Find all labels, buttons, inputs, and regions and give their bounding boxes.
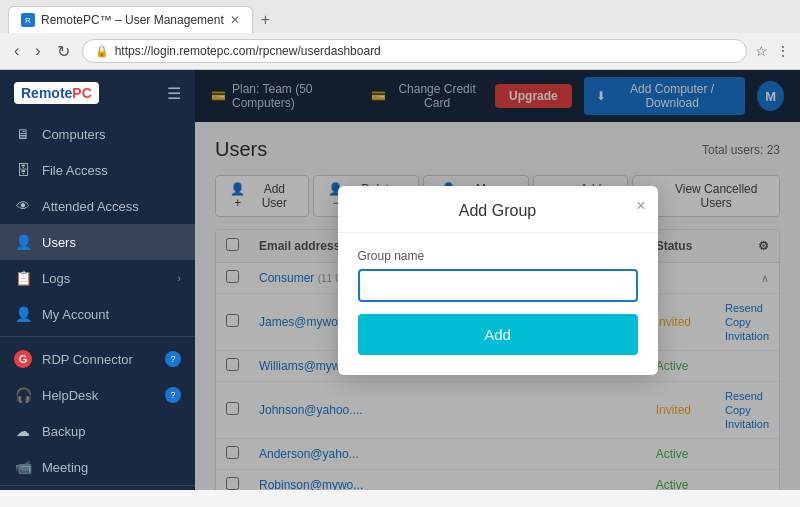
computers-icon: 🖥	[14, 125, 32, 143]
new-tab-button[interactable]: +	[253, 11, 278, 29]
rdp-badge: ?	[165, 351, 181, 367]
sidebar-item-users[interactable]: 👤 Users	[0, 224, 195, 260]
file-access-icon: 🗄	[14, 161, 32, 179]
sidebar-item-helpdesk[interactable]: 🎧 HelpDesk ?	[0, 377, 195, 413]
back-button[interactable]: ‹	[10, 40, 23, 62]
sidebar-item-attended-access[interactable]: 👁 Attended Access	[0, 188, 195, 224]
sidebar-item-backup[interactable]: ☁ Backup	[0, 413, 195, 449]
my-account-icon: 👤	[14, 305, 32, 323]
modal-body: Group name Add	[338, 233, 658, 375]
chevron-right-icon: ›	[177, 272, 181, 284]
modal-overlay[interactable]: Add Group × Group name Add	[195, 70, 800, 490]
tab-favicon: R	[21, 13, 35, 27]
tab-bar: R RemotePC™ – User Management ✕ +	[0, 0, 800, 33]
logo-area: RemotePC ☰	[0, 70, 195, 116]
logs-icon: 📋	[14, 269, 32, 287]
modal-header: Add Group ×	[338, 186, 658, 233]
sidebar-footer: Features Support FAQs © iDrive Inc.	[0, 485, 195, 490]
menu-icon[interactable]: ⋮	[776, 43, 790, 59]
app-container: RemotePC ☰ 🖥 Computers 🗄 File Access 👁 A…	[0, 70, 800, 490]
group-name-input[interactable]	[358, 269, 638, 302]
modal-title: Add Group	[459, 202, 536, 220]
toolbar-icons: ☆ ⋮	[755, 43, 790, 59]
url-bar[interactable]: 🔒 https://login.remotepc.com/rpcnew/user…	[82, 39, 747, 63]
logo: RemotePC	[14, 82, 99, 104]
sidebar-item-label: File Access	[42, 163, 108, 178]
sidebar-item-rdp-connector[interactable]: G RDP Connector ?	[0, 341, 195, 377]
sidebar-item-meeting[interactable]: 📹 Meeting	[0, 449, 195, 485]
sidebar-item-my-account[interactable]: 👤 My Account	[0, 296, 195, 332]
tab-close-btn[interactable]: ✕	[230, 13, 240, 27]
backup-icon: ☁	[14, 422, 32, 440]
group-name-label: Group name	[358, 249, 638, 263]
helpdesk-icon: 🎧	[14, 386, 32, 404]
bookmark-icon[interactable]: ☆	[755, 43, 768, 59]
sidebar-divider	[0, 336, 195, 337]
modal-add-button[interactable]: Add	[358, 314, 638, 355]
sidebar: RemotePC ☰ 🖥 Computers 🗄 File Access 👁 A…	[0, 70, 195, 490]
modal-close-button[interactable]: ×	[636, 198, 645, 214]
active-tab[interactable]: R RemotePC™ – User Management ✕	[8, 6, 253, 33]
sidebar-item-label: HelpDesk	[42, 388, 98, 403]
sidebar-item-label: Meeting	[42, 460, 88, 475]
meeting-icon: 📹	[14, 458, 32, 476]
sidebar-item-logs[interactable]: 📋 Logs ›	[0, 260, 195, 296]
sidebar-item-label: Attended Access	[42, 199, 139, 214]
add-group-modal: Add Group × Group name Add	[338, 186, 658, 375]
sidebar-item-label: RDP Connector	[42, 352, 133, 367]
sidebar-item-label: My Account	[42, 307, 109, 322]
sidebar-item-label: Computers	[42, 127, 106, 142]
url-text: https://login.remotepc.com/rpcnew/userda…	[115, 44, 381, 58]
address-bar: ‹ › ↻ 🔒 https://login.remotepc.com/rpcne…	[0, 33, 800, 69]
lock-icon: 🔒	[95, 45, 109, 58]
sidebar-item-computers[interactable]: 🖥 Computers	[0, 116, 195, 152]
tab-label: RemotePC™ – User Management	[41, 13, 224, 27]
sidebar-item-label: Logs	[42, 271, 70, 286]
sidebar-item-label: Users	[42, 235, 76, 250]
main-area: 💳 Plan: Team (50 Computers) 💳 Change Cre…	[195, 70, 800, 490]
sidebar-item-file-access[interactable]: 🗄 File Access	[0, 152, 195, 188]
helpdesk-badge: ?	[165, 387, 181, 403]
browser-chrome: R RemotePC™ – User Management ✕ + ‹ › ↻ …	[0, 0, 800, 70]
reload-button[interactable]: ↻	[53, 40, 74, 63]
sidebar-item-label: Backup	[42, 424, 85, 439]
forward-button[interactable]: ›	[31, 40, 44, 62]
rdp-icon: G	[14, 350, 32, 368]
hamburger-icon[interactable]: ☰	[167, 84, 181, 103]
users-icon: 👤	[14, 233, 32, 251]
attended-access-icon: 👁	[14, 197, 32, 215]
